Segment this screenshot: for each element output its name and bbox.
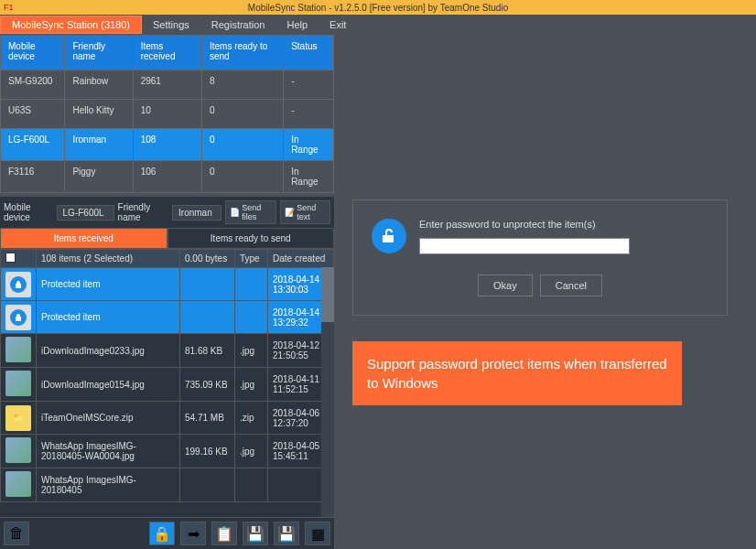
lock-icon: 🔒 <box>153 525 171 543</box>
device-row[interactable]: F3116Piggy1060In Range <box>1 161 334 193</box>
left-panel: Mobile device Friendly name Items receiv… <box>0 35 334 549</box>
tab-items-received[interactable]: Items received <box>0 228 167 249</box>
device-cell-name: Rainbow <box>65 70 133 100</box>
device-cell-name: Ironman <box>65 129 133 161</box>
device-cell-received: 108 <box>133 129 201 161</box>
save-button[interactable]: 💾 <box>243 522 268 545</box>
password-input[interactable] <box>419 238 630 254</box>
scrollbar-thumb[interactable] <box>321 267 334 322</box>
menu-registration[interactable]: Registration <box>200 16 276 33</box>
item-size: 735.09 KB <box>180 368 235 402</box>
device-cell-status: In Range <box>284 129 334 161</box>
device-cell-ready: 0 <box>201 129 283 161</box>
device-cell-device: F3116 <box>1 161 65 193</box>
image-thumbnail <box>5 471 31 497</box>
item-scrollbar[interactable] <box>321 267 334 517</box>
item-size: 199.16 KB <box>180 435 235 468</box>
device-cell-ready: 8 <box>201 70 283 100</box>
item-type <box>235 268 268 301</box>
copy-icon: 📋 <box>215 525 233 543</box>
device-row[interactable]: U63SHello Kitty100- <box>1 100 334 129</box>
device-cell-ready: 0 <box>201 100 283 129</box>
item-col-size[interactable]: 0.00 bytes <box>180 250 235 268</box>
device-cell-status: In Range <box>284 161 334 193</box>
select-all-checkbox[interactable] <box>5 253 16 263</box>
tab-items-ready[interactable]: Items ready to send <box>167 228 335 249</box>
okay-button[interactable]: Okay <box>478 274 533 296</box>
device-col-device[interactable]: Mobile device <box>1 36 65 70</box>
item-type <box>235 301 268 334</box>
lock-button[interactable]: 🔒 <box>149 522 175 545</box>
item-col-date[interactable]: Date created <box>268 250 334 268</box>
device-cell-device: U63S <box>1 100 65 129</box>
device-cell-received: 2961 <box>133 70 201 100</box>
device-col-name[interactable]: Friendly name <box>65 36 133 70</box>
device-cell-device: SM-G9200 <box>1 70 65 100</box>
item-name: Protected item <box>37 301 180 334</box>
item-row[interactable]: WhatsApp ImagesIMG-20180405-WA0004.jpg19… <box>1 435 334 468</box>
item-type: .zip <box>235 402 268 435</box>
menu-bar: MobileSync Station (3180) Settings Regis… <box>0 15 756 35</box>
item-row[interactable]: 📁iTeamOneIMSCore.zip54.71 MB.zip2018-04-… <box>1 402 334 435</box>
item-name: WhatsApp ImagesIMG-20180405-WA0004.jpg <box>37 435 180 468</box>
titlebar-indicator: F1 <box>4 3 14 12</box>
item-col-type[interactable]: Type <box>235 250 268 268</box>
feature-callout: Support password protect items when tran… <box>352 341 682 405</box>
menu-settings[interactable]: Settings <box>142 16 200 33</box>
menu-mobilesync-station[interactable]: MobileSync Station (3180) <box>0 16 142 34</box>
send-files-button[interactable]: 📄 Send files <box>225 200 276 224</box>
device-row[interactable]: SM-G9200Rainbow29618- <box>1 70 334 100</box>
item-toolbar: 🗑 🔒 ➡ 📋 💾 💾 ▦ <box>0 517 334 549</box>
window-title: MobileSync Station - v1.2.5.0 [Free vers… <box>248 3 508 13</box>
send-files-icon: 📄 <box>230 208 240 217</box>
title-bar: F1 MobileSync Station - v1.2.5.0 [Free v… <box>0 0 756 15</box>
device-col-received[interactable]: Items received <box>133 36 201 70</box>
export-button[interactable]: ➡ <box>180 522 206 545</box>
copy-button[interactable]: 📋 <box>211 522 237 545</box>
item-name: Protected item <box>37 268 180 301</box>
item-name: iDownloadImage0233.jpg <box>37 334 180 368</box>
device-field[interactable]: LG-F600L <box>57 205 114 221</box>
friendly-name-field[interactable]: Ironman <box>172 205 221 221</box>
lock-icon <box>10 309 27 326</box>
save-as-icon: 💾 <box>277 525 296 543</box>
item-type: .jpg <box>235 334 268 368</box>
unlock-icon <box>372 219 406 253</box>
device-row[interactable]: LG-F600LIronman1080In Range <box>1 129 334 161</box>
item-size <box>180 268 235 301</box>
image-thumbnail <box>5 437 31 463</box>
item-type: .jpg <box>235 368 268 402</box>
device-col-ready[interactable]: Items ready to send <box>201 36 283 70</box>
device-detail-bar: Mobile device LG-F600L Friendly name Iro… <box>0 197 334 228</box>
right-panel: Enter password to unprotect the item(s) … <box>334 35 756 549</box>
grid-button[interactable]: ▦ <box>305 522 330 545</box>
item-name: iDownloadImage0154.jpg <box>37 368 180 402</box>
menu-help[interactable]: Help <box>275 16 319 33</box>
item-name: iTeamOneIMSCore.zip <box>37 402 180 435</box>
save-as-button[interactable]: 💾 <box>274 522 299 545</box>
item-type: .jpg <box>235 435 268 468</box>
item-row[interactable]: WhatsApp ImagesIMG-20180405 <box>1 468 334 502</box>
cancel-button[interactable]: Cancel <box>540 274 602 296</box>
item-row[interactable]: Protected item2018-04-14 13:29:32 <box>1 301 334 334</box>
device-table: Mobile device Friendly name Items receiv… <box>0 35 334 193</box>
menu-exit[interactable]: Exit <box>319 16 357 33</box>
send-text-icon: 📝 <box>285 208 295 217</box>
friendly-name-label: Friendly name <box>118 202 168 222</box>
device-cell-ready: 0 <box>201 161 283 193</box>
device-cell-name: Piggy <box>65 161 133 193</box>
zip-icon: 📁 <box>5 405 31 431</box>
device-cell-status: - <box>284 100 334 129</box>
item-row[interactable]: iDownloadImage0233.jpg81.68 KB.jpg2018-0… <box>1 334 334 368</box>
grid-icon: ▦ <box>311 525 325 543</box>
item-row[interactable]: Protected item2018-04-14 13:30:03 <box>1 268 334 301</box>
device-col-status[interactable]: Status <box>284 36 334 70</box>
item-size: 54.71 MB <box>180 402 235 435</box>
item-row[interactable]: iDownloadImage0154.jpg735.09 KB.jpg2018-… <box>1 368 334 402</box>
item-col-name[interactable]: 108 items (2 Selected) <box>37 250 180 268</box>
delete-button[interactable]: 🗑 <box>4 522 29 545</box>
dialog-prompt: Enter password to unprotect the item(s) <box>419 219 630 230</box>
item-size <box>180 468 235 502</box>
item-name: WhatsApp ImagesIMG-20180405 <box>37 468 180 502</box>
send-text-button[interactable]: 📝 Send text <box>280 200 330 224</box>
